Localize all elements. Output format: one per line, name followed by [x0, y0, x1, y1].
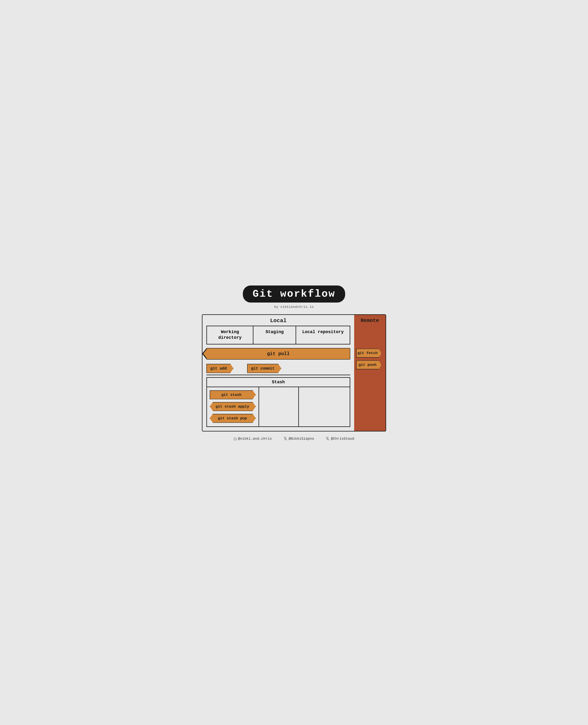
staging-header: Staging	[253, 326, 296, 344]
git-push-button[interactable]: git push	[356, 360, 382, 369]
stash-staging-col	[259, 387, 299, 426]
footer: ◯ @nikki.and.chris 𝕏 @NikkiSiapno 𝕏 @Chr…	[234, 436, 354, 442]
diagram-inner	[206, 375, 350, 375]
main-diagram: Local Working directory Staging Local re…	[202, 314, 386, 431]
local-repo-header: Local repository	[296, 326, 350, 344]
remote-commands: git fetch git push	[354, 348, 385, 369]
page: Git workflow by nikkiandchris.io Local W…	[196, 278, 392, 447]
column-headers: Working directory Staging Local reposito…	[206, 326, 350, 344]
twitter2-icon: 𝕏	[326, 436, 329, 442]
git-fetch-button[interactable]: git fetch	[356, 348, 382, 358]
add-commit-row: git add git commit	[203, 362, 354, 375]
footer-twitter1: 𝕏 @NikkiSiapno	[284, 436, 314, 442]
git-add-button[interactable]: git add	[206, 364, 233, 373]
git-pull-row: git pull	[203, 344, 354, 362]
remote-section: Remote git fetch git push	[354, 315, 385, 431]
working-dir-header: Working directory	[207, 326, 253, 344]
git-stash-button[interactable]: git stash	[210, 390, 256, 399]
footer-twitter2: 𝕏 @ChrisStaud	[326, 436, 354, 442]
git-commit-button[interactable]: git commit	[247, 364, 281, 373]
bottom-spacer	[203, 427, 354, 431]
footer-instagram: ◯ @nikki.and.chris	[234, 436, 272, 442]
local-section: Local Working directory Staging Local re…	[203, 315, 354, 431]
git-stash-pop-button[interactable]: git stash pop	[210, 414, 256, 423]
page-title: Git workflow	[253, 288, 335, 300]
twitter1-icon: 𝕏	[284, 436, 287, 442]
stash-localrepo-col	[299, 387, 350, 426]
twitter1-handle: @NikkiSiapno	[289, 437, 314, 441]
instagram-icon: ◯	[234, 436, 236, 442]
stash-working-col: git stash git stash apply git stash pop	[207, 387, 259, 426]
twitter2-handle: @ChrisStaud	[331, 437, 354, 441]
stash-body: git stash git stash apply git stash pop	[207, 387, 350, 426]
local-header: Local	[203, 315, 354, 326]
title-badge: Git workflow	[243, 285, 345, 302]
stash-section: Stash git stash git stash apply git stas…	[206, 377, 350, 427]
remote-header: Remote	[361, 318, 379, 323]
git-pull-label: git pull	[267, 351, 290, 357]
git-pull-button[interactable]: git pull	[206, 348, 350, 360]
subtitle: by nikkiandchris.io	[274, 305, 314, 309]
instagram-handle: @nikki.and.chris	[238, 437, 272, 441]
stash-header: Stash	[207, 378, 350, 387]
git-stash-apply-button[interactable]: git stash apply	[210, 402, 256, 411]
